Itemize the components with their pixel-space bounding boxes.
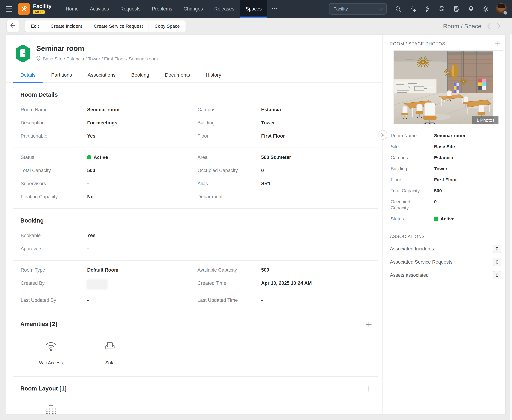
status-green-indicator bbox=[434, 217, 438, 221]
field-value: Default Room bbox=[87, 263, 197, 277]
add-photo-icon[interactable] bbox=[495, 41, 501, 46]
scrollbar-gutter[interactable] bbox=[510, 35, 512, 420]
field-label: Campus bbox=[197, 103, 261, 116]
copy-space-button[interactable]: Copy Space bbox=[148, 20, 186, 32]
field-value: For meetings bbox=[87, 116, 197, 129]
nav-item-home[interactable]: Home bbox=[60, 0, 84, 18]
section-title-amenities: Amenities [2] bbox=[6, 312, 57, 330]
association-label: Associated Incidents bbox=[390, 246, 493, 252]
section-title-room-layout: Room Layout [1] bbox=[6, 377, 67, 394]
field-value: - bbox=[261, 190, 374, 203]
field-label: Last Updated Time bbox=[197, 294, 261, 307]
created-by-value bbox=[87, 277, 197, 294]
status-green-indicator bbox=[87, 155, 91, 159]
back-button[interactable] bbox=[6, 20, 19, 32]
create-incident-button[interactable]: Create Incident bbox=[45, 20, 88, 32]
section-title-room-details: Room Details bbox=[6, 83, 382, 100]
previous-record-icon[interactable] bbox=[486, 22, 491, 30]
associations-section-title: ASSOCIATIONS bbox=[383, 227, 505, 240]
summary-value: Base Site bbox=[434, 144, 455, 150]
photos-section-title: ROOM / SPACE PHOTOS bbox=[390, 41, 445, 46]
booking-grid: Bookable Yes Approvers - bbox=[6, 226, 382, 255]
tab-documents[interactable]: Documents bbox=[165, 72, 190, 82]
created-by-redacted bbox=[87, 280, 107, 289]
bell-icon[interactable] bbox=[467, 5, 475, 12]
add-room-layout-icon[interactable] bbox=[366, 386, 372, 392]
nav-item-changes[interactable]: Changes bbox=[178, 0, 209, 18]
photo-count-badge[interactable]: 1 Photos bbox=[472, 116, 498, 124]
tab-history[interactable]: History bbox=[206, 72, 221, 82]
user-avatar[interactable] bbox=[496, 3, 507, 15]
summary-label: Site bbox=[391, 144, 428, 150]
field-label: Status bbox=[21, 151, 87, 164]
quick-create-icon[interactable] bbox=[409, 5, 416, 12]
association-label: Associated Service Requests bbox=[390, 259, 493, 265]
summary-value: 500 bbox=[434, 188, 442, 194]
action-toolbar: Edit Create Incident Create Service Requ… bbox=[0, 18, 512, 35]
lightning-icon[interactable] bbox=[424, 5, 431, 12]
room-photo bbox=[394, 51, 493, 124]
field-label: Room Type bbox=[21, 263, 87, 277]
field-value: Tower bbox=[261, 116, 374, 129]
field-value: Apr 10, 2025 10:24 AM bbox=[261, 277, 374, 294]
add-amenity-icon[interactable] bbox=[366, 321, 372, 327]
status-field-value: Active bbox=[87, 151, 197, 164]
room-layout-item[interactable]: Theatre (500) bbox=[32, 405, 69, 414]
app-brand[interactable]: Facility MSP bbox=[18, 3, 51, 15]
room-summary-fields: Room NameSeminar room SiteBase Site Camp… bbox=[383, 124, 505, 222]
field-label: Department bbox=[197, 190, 261, 203]
assets-associated-count[interactable]: 0 bbox=[493, 271, 501, 279]
amenity-item[interactable]: Wifi Access bbox=[32, 340, 69, 366]
scope-select-value: Facility bbox=[334, 6, 348, 12]
summary-label: Campus bbox=[391, 155, 428, 161]
edit-button[interactable]: Edit bbox=[25, 20, 45, 32]
tab-details[interactable]: Details bbox=[20, 72, 36, 82]
nav-item-problems[interactable]: Problems bbox=[146, 0, 178, 18]
history-icon[interactable] bbox=[438, 5, 445, 12]
search-icon[interactable] bbox=[395, 5, 402, 12]
field-value: - bbox=[87, 242, 374, 255]
location-breadcrumb[interactable]: Base Site / Estancia / Tower / First Flo… bbox=[43, 56, 158, 62]
hamburger-menu-icon[interactable] bbox=[6, 5, 13, 13]
nav-overflow-menu[interactable]: ••• bbox=[267, 0, 282, 18]
nav-item-spaces[interactable]: Spaces bbox=[240, 0, 267, 18]
field-value: - bbox=[87, 177, 197, 190]
tab-booking[interactable]: Booking bbox=[131, 72, 149, 82]
field-label: Description bbox=[21, 116, 87, 129]
summary-value: First Floor bbox=[434, 177, 457, 183]
nav-icon-cluster bbox=[395, 5, 489, 12]
room-photo-carousel[interactable]: 1 Photos bbox=[394, 51, 503, 124]
amenity-label: Sofa bbox=[105, 360, 115, 366]
location-pin-icon bbox=[36, 56, 40, 62]
amenity-item[interactable]: Sofa bbox=[92, 340, 128, 366]
associated-service-requests-count[interactable]: 0 bbox=[493, 258, 501, 266]
field-value: Estancia bbox=[261, 103, 374, 116]
next-record-icon[interactable] bbox=[497, 22, 501, 30]
summary-status-value: Active bbox=[434, 216, 454, 222]
field-value: No bbox=[87, 190, 197, 203]
nav-item-activities[interactable]: Activities bbox=[84, 0, 115, 18]
room-hexagon-icon bbox=[15, 44, 31, 64]
collapse-sidebar-button[interactable] bbox=[378, 130, 388, 140]
field-value: 0 bbox=[261, 164, 374, 177]
summary-value: Estancia bbox=[434, 155, 453, 161]
gear-icon[interactable] bbox=[482, 5, 489, 12]
task-approval-icon[interactable] bbox=[453, 5, 460, 12]
tab-associations[interactable]: Associations bbox=[87, 72, 116, 82]
app-name: Facility bbox=[33, 3, 51, 9]
tab-partitions[interactable]: Partitions bbox=[51, 72, 72, 82]
field-value: First Floor bbox=[261, 129, 374, 142]
field-label: Occupied Capacity bbox=[197, 164, 261, 177]
scope-select[interactable]: Facility bbox=[329, 3, 387, 15]
field-label: Area bbox=[197, 151, 261, 164]
association-row: Assets associated 0 bbox=[383, 271, 505, 279]
nav-item-releases[interactable]: Releases bbox=[209, 0, 240, 18]
associated-incidents-count[interactable]: 0 bbox=[493, 245, 501, 253]
create-service-request-button[interactable]: Create Service Request bbox=[88, 20, 149, 32]
nav-item-requests[interactable]: Requests bbox=[115, 0, 146, 18]
record-actions: Edit Create Incident Create Service Requ… bbox=[25, 20, 186, 32]
field-label: Floor bbox=[197, 129, 261, 142]
field-label: Last Updated By bbox=[21, 294, 87, 307]
section-title-booking: Booking bbox=[6, 209, 382, 226]
room-details-grid-2: Status Active Area 500 Sq.meter Total Ca… bbox=[6, 148, 382, 203]
